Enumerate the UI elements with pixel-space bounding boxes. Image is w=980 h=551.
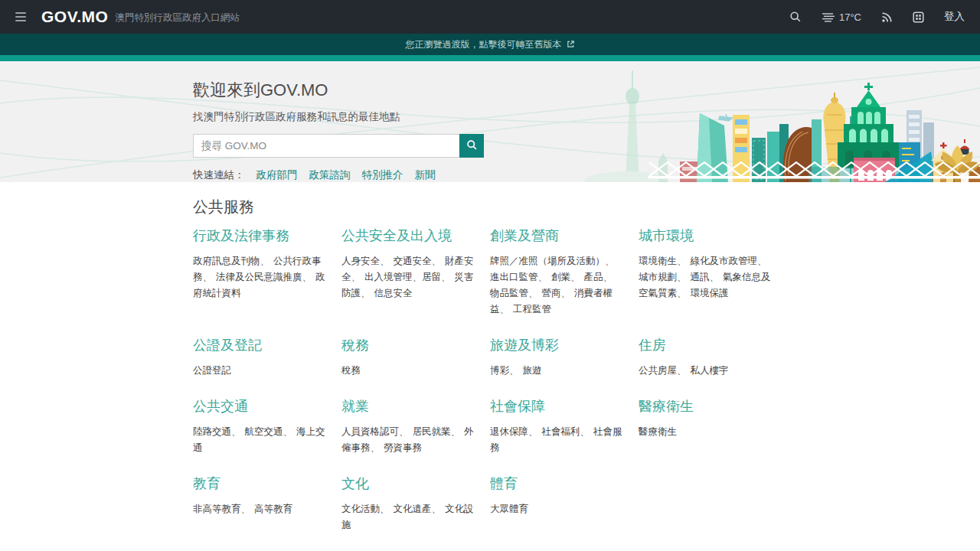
category-link[interactable]: 勞資事務 xyxy=(384,442,422,453)
ruins-of-st-paul xyxy=(838,83,900,168)
service-category: 體育大眾體育 xyxy=(490,476,639,517)
menu-hamburger-icon[interactable] xyxy=(15,12,26,21)
category-title[interactable]: 社會保障 xyxy=(490,399,625,415)
search-icon[interactable] xyxy=(789,11,802,23)
category-link[interactable]: 政府訊息及刊物 xyxy=(193,256,260,266)
category-link[interactable]: 環境衛生 xyxy=(639,256,677,266)
hero-title: 歡迎來到GOV.MO xyxy=(193,79,514,102)
category-link[interactable]: 公共房屋 xyxy=(639,365,677,376)
category-link[interactable]: 信息安全 xyxy=(374,288,413,298)
lotus-sculpture xyxy=(935,145,980,182)
category-link[interactable]: 法律及公民意識推廣 xyxy=(216,272,302,282)
category-title[interactable]: 城市環境 xyxy=(639,228,773,244)
rss-icon[interactable] xyxy=(881,11,893,23)
category-title[interactable]: 旅遊及博彩 xyxy=(490,337,625,354)
category-links: 稅務 xyxy=(341,363,476,379)
separator: 、 xyxy=(757,256,767,266)
separator: 、 xyxy=(500,304,510,315)
category-link[interactable]: 營商 xyxy=(542,288,561,298)
hero-section: 歡迎來到GOV.MO 找澳門特別行政區政府服務和訊息的最佳地點 快速連結： 政府… xyxy=(0,61,980,182)
navbar-right: 17°C 登入 xyxy=(789,10,965,24)
service-category: 醫療衛生醫療衛生 xyxy=(639,399,787,440)
category-title[interactable]: 行政及法律事務 xyxy=(193,228,328,244)
category-link[interactable]: 社會福利 xyxy=(542,426,580,437)
category-link[interactable]: 退休保障 xyxy=(490,426,528,437)
category-link[interactable]: 物品監管 xyxy=(490,288,528,298)
service-category: 住房公共房屋、私人樓宇 xyxy=(639,337,787,379)
category-title[interactable]: 公共安全及出入境 xyxy=(341,228,476,244)
category-link[interactable]: 綠化及市政管理 xyxy=(691,256,758,266)
hero-subtitle: 找澳門特別行政區政府服務和訊息的最佳地點 xyxy=(193,110,514,124)
category-link[interactable]: 出入境管理、居留 xyxy=(364,272,441,282)
category-link[interactable]: 文化活動 xyxy=(341,504,380,514)
govmo-logo[interactable]: GOV.MO xyxy=(41,8,108,26)
quick-link[interactable]: 特別推介 xyxy=(362,168,403,182)
category-link[interactable]: 進出口監管 xyxy=(490,272,538,282)
separator: 、 xyxy=(380,504,390,514)
version-notice-bar[interactable]: 您正瀏覽過渡版，點擊後可轉至舊版本 xyxy=(0,34,980,55)
category-title[interactable]: 教育 xyxy=(193,476,328,492)
category-link[interactable]: 陸路交通 xyxy=(193,426,231,437)
quick-link[interactable]: 政策諮詢 xyxy=(309,168,351,182)
category-link[interactable]: 旅遊 xyxy=(523,365,542,376)
church xyxy=(931,142,956,182)
category-title[interactable]: 稅務 xyxy=(341,337,476,354)
separator: 、 xyxy=(677,256,687,266)
category-title[interactable]: 醫療衛生 xyxy=(639,399,773,415)
category-link[interactable]: 環境保護 xyxy=(691,288,729,298)
category-link[interactable]: 博彩 xyxy=(490,365,509,376)
separator: 、 xyxy=(451,426,461,437)
login-button[interactable]: 登入 xyxy=(944,10,965,24)
category-link[interactable]: 居民就業 xyxy=(413,426,451,437)
category-title[interactable]: 公共交通 xyxy=(193,399,328,415)
category-link[interactable]: 非高等教育 xyxy=(193,504,241,514)
category-link[interactable]: 稅務 xyxy=(341,365,361,376)
category-link[interactable]: 航空交通 xyxy=(245,426,283,437)
category-title[interactable]: 住房 xyxy=(639,337,773,354)
category-title[interactable]: 就業 xyxy=(341,399,476,415)
weather-widget[interactable]: 17°C xyxy=(822,11,861,23)
category-link[interactable]: 文化遺產 xyxy=(394,504,432,514)
service-category: 公共交通陸路交通、航空交通、海上交通 xyxy=(193,399,341,456)
search-input[interactable] xyxy=(193,134,459,158)
service-category: 創業及營商牌照／准照（場所及活動）、進出口監管、創業、產品、物品監管、營商、消費… xyxy=(490,228,639,318)
category-link[interactable]: 高等教育 xyxy=(254,504,292,514)
notice-accent-strip xyxy=(0,55,980,61)
service-category: 行政及法律事務政府訊息及刊物、公共行政事務、法律及公民意識推廣、政府統計資料 xyxy=(193,228,341,302)
service-category: 就業人員資格認可、居民就業、外僱事務、勞資事務 xyxy=(341,399,490,456)
search-button[interactable] xyxy=(459,134,484,158)
category-title[interactable]: 創業及營商 xyxy=(490,228,625,244)
category-link[interactable]: 城市規劃 xyxy=(639,272,677,282)
service-category: 旅遊及博彩博彩、旅遊 xyxy=(490,337,639,379)
category-link[interactable]: 人身安全 xyxy=(341,256,380,266)
category-link[interactable]: 私人樓宇 xyxy=(691,365,729,376)
category-link[interactable]: 產品 xyxy=(584,272,603,282)
separator: 、 xyxy=(283,426,293,437)
category-link[interactable]: 大眾體育 xyxy=(490,504,528,514)
mobile-apps-icon[interactable] xyxy=(913,11,924,23)
category-link[interactable]: 牌照／准照（場所及活動） xyxy=(490,256,605,266)
category-title[interactable]: 公證及登記 xyxy=(193,337,328,354)
separator: 、 xyxy=(580,426,590,437)
category-link[interactable]: 醫療衛生 xyxy=(639,426,677,437)
category-links: 醫療衛生 xyxy=(639,424,773,440)
separator: 、 xyxy=(441,272,451,282)
quick-link[interactable]: 政府部門 xyxy=(256,168,298,182)
haze-weather-icon xyxy=(822,11,835,22)
services-grid: 行政及法律事務政府訊息及刊物、公共行政事務、法律及公民意識推廣、政府統計資料公共… xyxy=(193,228,787,551)
category-link[interactable]: 人員資格認可 xyxy=(341,426,399,437)
bridge xyxy=(649,162,980,176)
category-link[interactable]: 創業 xyxy=(551,272,570,282)
category-link[interactable]: 公證登記 xyxy=(193,365,231,376)
category-link[interactable]: 通訊 xyxy=(691,272,710,282)
category-links: 陸路交通、航空交通、海上交通 xyxy=(193,424,328,456)
separator: 、 xyxy=(528,426,538,437)
magnifier-icon xyxy=(466,139,478,153)
category-title[interactable]: 文化 xyxy=(341,476,476,492)
quick-link[interactable]: 新聞 xyxy=(415,168,436,182)
guia-lighthouse xyxy=(959,139,970,182)
category-link[interactable]: 交通安全 xyxy=(394,256,432,266)
service-category: 城市環境環境衛生、綠化及市政管理、城市規劃、通訊、氣象信息及空氣質素、環境保護 xyxy=(639,228,787,302)
category-title[interactable]: 體育 xyxy=(490,476,625,492)
category-link[interactable]: 工程監管 xyxy=(513,304,551,315)
